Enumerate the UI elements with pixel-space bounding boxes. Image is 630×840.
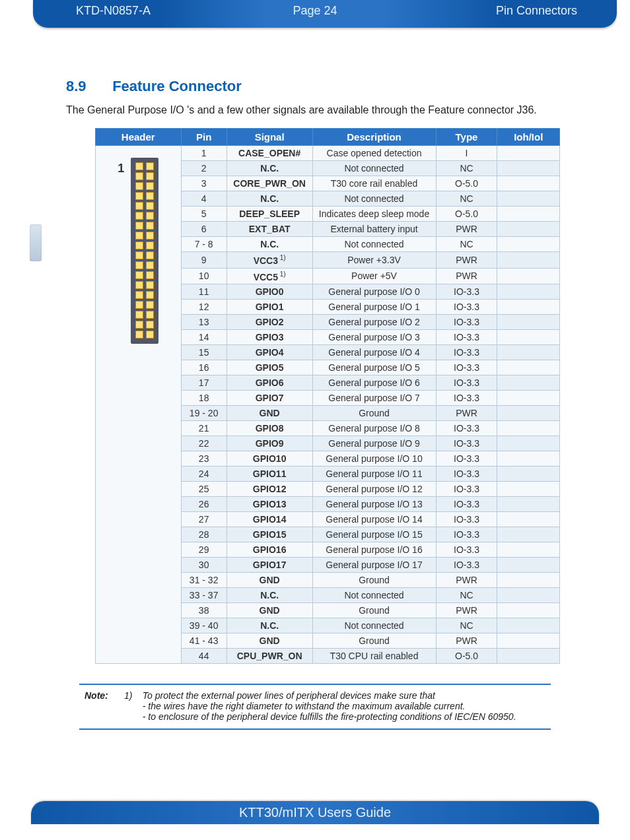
cell-signal: VCC3 1) xyxy=(227,252,312,269)
header-diagram-cell: 1 xyxy=(96,146,182,664)
cell-type: IO-3.3 xyxy=(436,467,497,482)
cell-pin: 5 xyxy=(181,207,227,222)
cell-pin: 9 xyxy=(181,252,227,269)
cell-type: IO-3.3 xyxy=(436,421,497,436)
col-iohiol: Ioh/Iol xyxy=(497,129,560,146)
cell-iohiol xyxy=(497,284,560,300)
cell-iohiol xyxy=(497,237,560,252)
cell-iohiol xyxy=(497,527,560,542)
cell-description: General purpose I/O 15 xyxy=(312,527,436,542)
cell-type: NC xyxy=(436,237,497,252)
cell-signal: GPIO14 xyxy=(227,512,312,527)
cell-iohiol xyxy=(497,315,560,330)
cell-iohiol xyxy=(497,161,560,176)
cell-iohiol xyxy=(497,588,560,603)
cell-type: IO-3.3 xyxy=(436,300,497,315)
cell-iohiol xyxy=(497,406,560,421)
cell-type: PWR xyxy=(436,222,497,237)
cell-description: Not connected xyxy=(312,191,436,207)
cell-iohiol xyxy=(497,268,560,284)
cell-signal: GPIO12 xyxy=(227,482,312,497)
cell-pin: 2 xyxy=(181,161,227,176)
cell-description: Power +5V xyxy=(312,268,436,284)
cell-iohiol xyxy=(497,436,560,451)
cell-signal: CASE_OPEN# xyxy=(227,146,312,161)
cell-type: O-5.0 xyxy=(436,207,497,222)
cell-type: PWR xyxy=(436,252,497,269)
note-label: Note: xyxy=(85,690,122,701)
table-header-row: Header Pin Signal Description Type Ioh/I… xyxy=(96,129,560,146)
cell-pin: 7 - 8 xyxy=(181,237,227,252)
cell-description: General purpose I/O 4 xyxy=(312,345,436,360)
cell-type: IO-3.3 xyxy=(436,330,497,345)
table-row: 11CASE_OPEN#Case opened detectionI xyxy=(96,146,560,161)
cell-description: Not connected xyxy=(312,161,436,176)
cell-pin: 17 xyxy=(181,375,227,391)
chapter-title: Pin Connectors xyxy=(496,0,577,28)
cell-iohiol xyxy=(497,603,560,618)
cell-pin: 27 xyxy=(181,512,227,527)
cell-signal: GPIO16 xyxy=(227,542,312,558)
cell-pin: 21 xyxy=(181,421,227,436)
cell-type: IO-3.3 xyxy=(436,451,497,467)
cell-signal: CPU_PWR_ON xyxy=(227,649,312,664)
cell-description: General purpose I/O 0 xyxy=(312,284,436,300)
cell-iohiol xyxy=(497,649,560,664)
cell-description: General purpose I/O 13 xyxy=(312,497,436,512)
cell-type: IO-3.3 xyxy=(436,360,497,375)
cell-signal: GPIO1 xyxy=(227,300,312,315)
cell-description: Ground xyxy=(312,603,436,618)
cell-signal: VCC5 1) xyxy=(227,268,312,284)
cell-description: Not connected xyxy=(312,588,436,603)
cell-signal: GPIO13 xyxy=(227,497,312,512)
pin-table: Header Pin Signal Description Type Ioh/I… xyxy=(95,128,560,664)
cell-pin: 14 xyxy=(181,330,227,345)
cell-signal: GPIO15 xyxy=(227,527,312,542)
cell-pin: 24 xyxy=(181,467,227,482)
cell-signal: GPIO9 xyxy=(227,436,312,451)
side-tab-icon xyxy=(30,224,42,261)
cell-description: General purpose I/O 7 xyxy=(312,391,436,406)
cell-description: General purpose I/O 5 xyxy=(312,360,436,375)
cell-signal: GPIO10 xyxy=(227,451,312,467)
cell-iohiol xyxy=(497,300,560,315)
cell-pin: 25 xyxy=(181,482,227,497)
cell-pin: 38 xyxy=(181,603,227,618)
cell-signal: GPIO8 xyxy=(227,421,312,436)
cell-iohiol xyxy=(497,633,560,649)
cell-iohiol xyxy=(497,191,560,207)
cell-pin: 23 xyxy=(181,451,227,467)
cell-signal: N.C. xyxy=(227,618,312,633)
note-line-3: - to enclosure of the peripheral device … xyxy=(143,711,516,722)
cell-pin: 10 xyxy=(181,268,227,284)
cell-type: I xyxy=(436,146,497,161)
cell-description: Power +3.3V xyxy=(312,252,436,269)
cell-pin: 16 xyxy=(181,360,227,375)
cell-iohiol xyxy=(497,558,560,573)
cell-signal: N.C. xyxy=(227,161,312,176)
cell-type: PWR xyxy=(436,573,497,588)
cell-pin: 3 xyxy=(181,176,227,191)
cell-type: IO-3.3 xyxy=(436,391,497,406)
note-block: Note: 1) To protect the external power l… xyxy=(79,684,551,730)
cell-description: Case opened detection xyxy=(312,146,436,161)
cell-iohiol xyxy=(497,573,560,588)
cell-signal: GPIO11 xyxy=(227,467,312,482)
cell-iohiol xyxy=(497,391,560,406)
cell-signal: N.C. xyxy=(227,237,312,252)
cell-iohiol xyxy=(497,207,560,222)
cell-pin: 19 - 20 xyxy=(181,406,227,421)
cell-iohiol xyxy=(497,146,560,161)
cell-description: Indicates deep sleep mode xyxy=(312,207,436,222)
cell-description: Ground xyxy=(312,573,436,588)
col-pin: Pin xyxy=(181,129,227,146)
cell-pin: 15 xyxy=(181,345,227,360)
cell-iohiol xyxy=(497,451,560,467)
cell-type: NC xyxy=(436,191,497,207)
cell-description: Not connected xyxy=(312,237,436,252)
cell-signal: GND xyxy=(227,633,312,649)
section-heading: 8.9 Feature Connector xyxy=(66,78,564,95)
cell-pin: 1 xyxy=(181,146,227,161)
cell-signal: GPIO3 xyxy=(227,330,312,345)
cell-signal: GND xyxy=(227,406,312,421)
